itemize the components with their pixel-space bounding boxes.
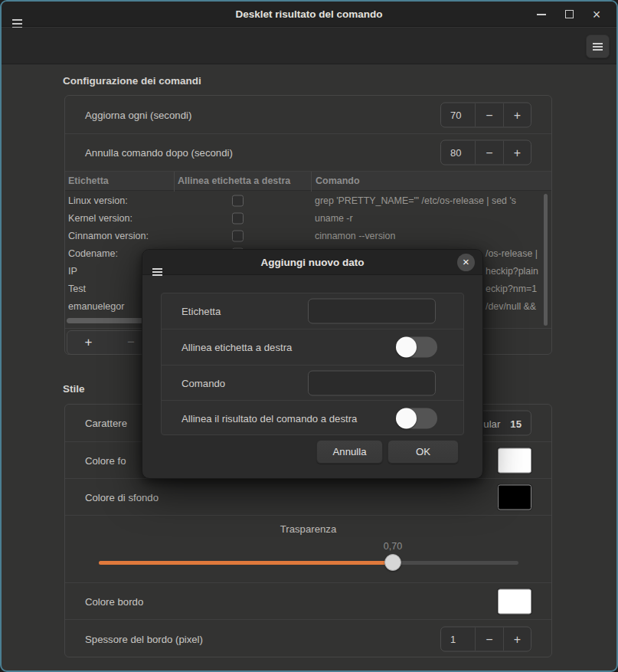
etichetta-row: Etichetta (162, 293, 463, 329)
update-interval-spinner: 70 − + (440, 102, 531, 127)
close-icon: × (463, 255, 469, 268)
add-row-button[interactable]: + (67, 330, 110, 355)
minimize-button[interactable] (528, 2, 555, 27)
border-color-label: Colore bordo (85, 595, 143, 607)
background-color-label: Colore di sfondo (85, 491, 159, 503)
update-interval-label: Aggiorna ogni (secondi) (85, 109, 191, 120)
table-header: Etichetta Allinea etichetta a destra Com… (65, 171, 551, 191)
update-interval-row: Aggiorna ogni (secondi) 70 − + (65, 96, 551, 133)
dialog-close-button[interactable]: × (457, 254, 475, 271)
row-command: heckip?plain (486, 266, 538, 277)
table-row[interactable]: Cinnamon version: cinnamon --version (65, 227, 544, 244)
border-width-increment-button[interactable]: + (503, 628, 531, 651)
font-color-swatch-button[interactable] (498, 447, 531, 473)
transparency-slider-handle[interactable] (384, 554, 401, 571)
header-strip (2, 28, 616, 64)
dialog-title: Aggiungi nuovo dato (142, 250, 482, 275)
row-label: Cinnamon version: (68, 231, 149, 241)
style-section-heading: Stile (63, 383, 85, 395)
update-interval-value[interactable]: 70 (441, 103, 475, 126)
hamburger-icon (593, 46, 603, 48)
update-interval-decrement-button[interactable]: − (475, 103, 502, 126)
commands-section-heading: Configurazione dei comandi (63, 75, 201, 87)
border-width-spinner: 1 − + (440, 627, 531, 652)
command-timeout-label: Annulla comando dopo (secondi) (85, 147, 233, 159)
align-label-label: Allinea etichetta a destra (181, 342, 292, 353)
align-result-label: Allinea il risultato del comando a destr… (181, 413, 357, 425)
column-header-etichetta[interactable]: Etichetta (68, 172, 109, 192)
row-label: Test (68, 284, 86, 294)
comando-input[interactable] (308, 370, 436, 395)
row-label: Codename: (68, 248, 118, 259)
command-timeout-increment-button[interactable]: + (503, 141, 531, 165)
row-command: /dev/null && (486, 301, 536, 312)
background-color-swatch-button[interactable] (498, 484, 531, 510)
command-timeout-row: Annulla comando dopo (secondi) 80 − + (65, 133, 551, 171)
cancel-button[interactable]: Annulla (316, 440, 383, 464)
align-result-row: Allinea il risultato del comando a destr… (162, 400, 463, 436)
comando-label: Comando (181, 377, 225, 388)
font-size-value: 15 (510, 418, 522, 430)
row-command: eckip?nm=1 (486, 284, 537, 294)
border-width-decrement-button[interactable]: − (475, 628, 502, 651)
row-command: /os-release | (486, 248, 538, 259)
border-color-row: Colore bordo (65, 582, 551, 619)
align-label-toggle[interactable] (396, 337, 437, 358)
window-title: Desklet risultato del comando (2, 2, 616, 27)
font-color-label: Colore fo (85, 454, 126, 466)
transparency-slider[interactable] (99, 561, 518, 565)
maximize-button[interactable] (555, 2, 583, 27)
transparency-row: Trasparenza 0,70 (65, 515, 551, 582)
row-label: Kernel version: (68, 213, 132, 224)
toggle-knob (396, 337, 417, 358)
titlebar: Desklet risultato del comando × (2, 2, 616, 27)
table-row[interactable]: Kernel version: uname -r (65, 209, 544, 227)
column-header-allinea[interactable]: Allinea etichetta a destra (174, 172, 290, 192)
transparency-label: Trasparenza (65, 523, 551, 535)
align-label-checkbox[interactable] (232, 195, 244, 206)
update-interval-increment-button[interactable]: + (503, 103, 531, 126)
border-width-value[interactable]: 1 (441, 628, 475, 651)
table-row[interactable]: Linux version: grep 'PRETTY_NAME="' /etc… (65, 192, 544, 209)
transparency-value: 0,70 (384, 541, 402, 552)
row-command: cinnamon --version (315, 231, 395, 241)
align-label-row: Allinea etichetta a destra (162, 329, 463, 365)
background-color-row: Colore di sfondo (65, 478, 551, 515)
font-name-fragment: ular (483, 418, 500, 430)
window-controls: × (528, 2, 610, 27)
toggle-knob (396, 408, 417, 429)
comando-row: Comando (162, 365, 463, 400)
font-label: Carattere (85, 418, 127, 429)
column-header-comando[interactable]: Comando (311, 172, 360, 192)
ok-button[interactable]: OK (387, 440, 459, 464)
row-label: Linux version: (68, 195, 128, 206)
command-timeout-decrement-button[interactable]: − (475, 141, 502, 165)
close-icon: × (593, 8, 601, 21)
slider-fill (99, 561, 393, 565)
settings-window: Desklet risultato del comando × Configur… (0, 0, 618, 672)
close-button[interactable]: × (583, 2, 610, 27)
etichetta-label: Etichetta (181, 306, 221, 317)
row-command: grep 'PRETTY_NAME="' /etc/os-release | s… (315, 195, 516, 206)
row-label: IP (68, 266, 77, 277)
border-color-swatch-button[interactable] (498, 588, 531, 614)
border-width-label: Spessore del bordo (pixel) (85, 634, 203, 645)
row-command: uname -r (315, 213, 353, 224)
dialog-titlebar: Aggiungi nuovo dato × (142, 250, 482, 275)
table-vertical-scrollbar[interactable] (544, 194, 548, 326)
command-timeout-value[interactable]: 80 (441, 141, 475, 165)
page-menu-button[interactable] (586, 34, 610, 58)
maximize-icon (565, 10, 574, 18)
dialog-form-panel: Etichetta Allinea etichetta a destra Com… (161, 293, 464, 435)
align-label-checkbox[interactable] (232, 212, 244, 224)
align-label-checkbox[interactable] (232, 230, 244, 241)
etichetta-input[interactable] (308, 299, 436, 324)
minimize-icon (537, 14, 546, 15)
row-label: emanuelegor (68, 301, 125, 312)
command-timeout-spinner: 80 − + (440, 140, 531, 166)
align-result-toggle[interactable] (396, 408, 437, 429)
border-width-row: Spessore del bordo (pixel) 1 − + (65, 619, 551, 658)
add-data-dialog: Aggiungi nuovo dato × Etichetta Allinea … (142, 249, 483, 479)
